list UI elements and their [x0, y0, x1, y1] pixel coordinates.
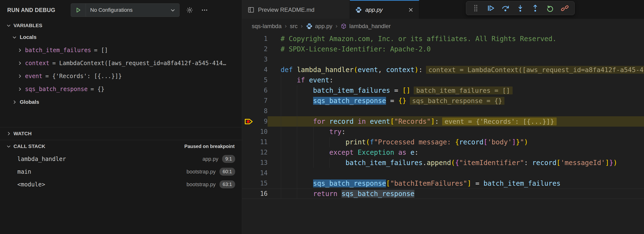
code-token: { — [455, 159, 459, 167]
more-icon[interactable] — [200, 5, 209, 15]
call-stack-frame[interactable]: lambda_handlerapp.py9:1 — [0, 153, 242, 165]
restart-button[interactable] — [544, 2, 556, 14]
code-token: : — [414, 148, 418, 156]
breakpoint-margin[interactable] — [242, 189, 256, 199]
close-icon[interactable] — [408, 7, 414, 13]
breakpoint-margin[interactable] — [242, 158, 256, 168]
line-number[interactable]: 14 — [256, 168, 268, 178]
watch-section-header[interactable]: WATCH — [0, 127, 242, 140]
variables-group-globals[interactable]: Globals — [0, 96, 242, 109]
gutter: 13 — [242, 158, 268, 168]
code-text[interactable]: batch_item_failures = []batch_item_failu… — [268, 85, 644, 96]
line-number[interactable]: 15 — [256, 178, 268, 189]
step-out-button[interactable] — [529, 2, 542, 14]
breakpoint-margin[interactable] — [242, 54, 256, 65]
code-text[interactable] — [268, 168, 644, 178]
gutter: 8 — [242, 106, 268, 116]
breakpoint-margin[interactable] — [242, 147, 256, 158]
variable-row[interactable]: context= LambdaContext([aws_request_id=a… — [0, 57, 242, 70]
start-debug-icon[interactable] — [71, 3, 86, 16]
gripper-icon — [473, 4, 478, 12]
debug-toolbar — [466, 1, 575, 15]
breakpoint-margin[interactable] — [242, 96, 256, 106]
breakpoint-margin[interactable] — [242, 127, 256, 137]
line-number[interactable]: 4 — [256, 65, 268, 75]
configurations-dropdown[interactable]: No Configurations — [71, 3, 180, 17]
code-token: e — [410, 148, 414, 156]
line-number[interactable]: 8 — [256, 106, 268, 116]
code-text[interactable]: try: — [268, 127, 644, 137]
drag-handle[interactable] — [470, 2, 482, 14]
line-number[interactable]: 12 — [256, 147, 268, 158]
continue-button[interactable] — [484, 2, 497, 14]
line-number[interactable]: 16 — [256, 189, 268, 199]
variables-section-header[interactable]: VARIABLES — [0, 20, 242, 31]
restart-icon — [546, 4, 554, 12]
tab-preview-readme-md[interactable]: Preview README.md — [242, 0, 350, 19]
line-number[interactable]: 2 — [256, 44, 268, 54]
breakpoint-margin[interactable] — [242, 44, 256, 54]
breakpoint-margin[interactable] — [242, 85, 256, 96]
code-text[interactable]: except Exception as e: — [268, 147, 644, 158]
code-text[interactable]: return sqs_batch_response — [268, 189, 644, 199]
step-over-button[interactable] — [499, 2, 512, 14]
continue-icon — [487, 4, 494, 12]
breakpoint-margin[interactable] — [242, 75, 256, 85]
breakpoint-margin[interactable] — [242, 168, 256, 178]
line-number[interactable]: 7 — [256, 96, 268, 106]
call-stack-frame[interactable]: <module>bootstrap.py63:1 — [0, 178, 242, 191]
call-stack-frame[interactable]: mainbootstrap.py60:1 — [0, 165, 242, 178]
breadcrumb-item-src[interactable]: src — [290, 23, 298, 29]
breadcrumb-item-lambda-handler[interactable]: lambda_handler — [340, 23, 390, 29]
breakpoint-margin[interactable] — [242, 178, 256, 189]
breadcrumb-label: src — [290, 23, 298, 29]
breakpoint-margin[interactable] — [242, 116, 256, 127]
variable-row[interactable]: sqs_batch_response= {} — [0, 83, 242, 96]
variable-row[interactable]: batch_item_failures= [] — [0, 44, 242, 57]
frame-file: bootstrap.py — [186, 169, 216, 175]
gear-icon[interactable] — [185, 5, 194, 15]
line-number[interactable]: 11 — [256, 137, 268, 147]
code-text[interactable]: # Copyright Amazon.com, Inc. or its affi… — [268, 34, 644, 44]
line-number[interactable]: 5 — [256, 75, 268, 85]
code-token — [280, 87, 313, 94]
disconnect-button[interactable] — [558, 2, 571, 14]
line-number[interactable]: 6 — [256, 85, 268, 96]
gutter: 4 — [242, 65, 268, 75]
line-number[interactable]: 1 — [256, 34, 268, 44]
line-number[interactable]: 10 — [256, 127, 268, 137]
code-text[interactable]: print(f"Processed message: {record['body… — [268, 137, 644, 147]
tab-app-py[interactable]: app.py — [350, 0, 419, 19]
breakpoint-margin[interactable] — [242, 34, 256, 44]
code-text[interactable]: # SPDX-License-Identifier: Apache-2.0 — [268, 44, 644, 54]
variable-name: sqs_batch_response — [25, 86, 88, 93]
gutter: 14 — [242, 168, 268, 178]
code-text[interactable]: def lambda_handler(event, context):conte… — [268, 65, 644, 75]
variable-row[interactable]: event= {'Records': [{...}]} — [0, 70, 242, 83]
breadcrumb-item-sqs-lambda[interactable]: sqs-lambda — [252, 23, 282, 29]
breakpoint-margin[interactable] — [242, 137, 256, 147]
variables-group-locals[interactable]: Locals — [0, 31, 242, 44]
sidebar-title: RUN AND DEBUG — [7, 7, 55, 13]
line-number[interactable]: 9 — [256, 116, 268, 127]
code-text[interactable]: sqs_batch_response["batchItemFailures"] … — [268, 178, 644, 189]
breakpoint-margin[interactable] — [242, 106, 256, 116]
gutter: 15 — [242, 178, 268, 189]
code-text[interactable] — [268, 54, 644, 65]
code-text[interactable] — [268, 106, 644, 116]
breakpoint-margin[interactable] — [242, 65, 256, 75]
gutter: 5 — [242, 75, 268, 85]
code-text[interactable]: for record in event["Records"]:event = {… — [268, 116, 644, 127]
code-token: record — [459, 138, 484, 146]
code-text[interactable]: if event: — [268, 75, 644, 85]
code-text[interactable]: sqs_batch_response = {}sqs_batch_respons… — [268, 96, 644, 106]
code-text[interactable]: batch_item_failures.append({"itemIdentif… — [268, 158, 644, 168]
code-token: "Records" — [394, 117, 431, 125]
tab-bar: Preview README.mdapp.py — [242, 0, 644, 19]
line-number[interactable]: 3 — [256, 54, 268, 65]
step-into-button[interactable] — [514, 2, 526, 14]
call-stack-section-header[interactable]: CALL STACK Paused on breakpoint — [0, 140, 242, 153]
code-token: sqs_batch_response — [313, 97, 386, 105]
line-number[interactable]: 13 — [256, 158, 268, 168]
breadcrumb-item-app-py[interactable]: app.py — [306, 23, 332, 29]
